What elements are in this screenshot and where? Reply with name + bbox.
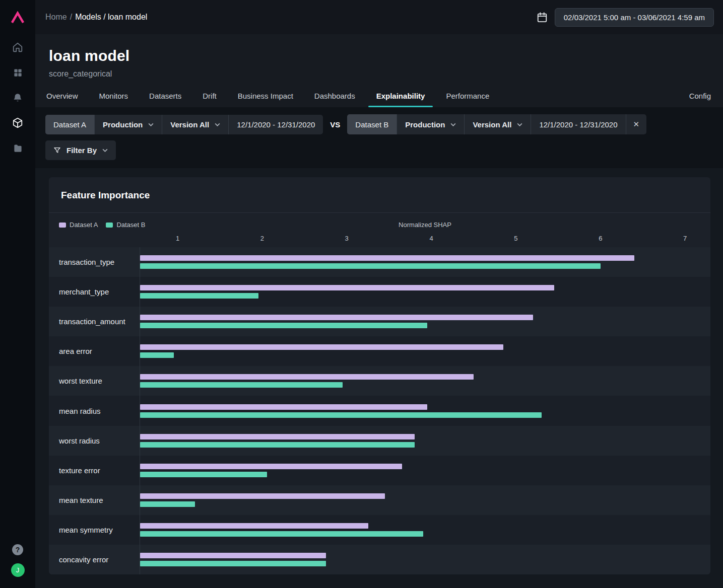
- bar-dataset-a: [140, 434, 415, 439]
- axis-tick: 1: [176, 235, 179, 242]
- vs-label: VS: [330, 120, 340, 129]
- filter-by-row: Filter By: [45, 140, 711, 160]
- config-link[interactable]: Config: [689, 92, 711, 107]
- feature-bars: [140, 366, 710, 396]
- tab-business-impact[interactable]: Business Impact: [237, 92, 294, 107]
- legend-swatch: [106, 223, 113, 228]
- axis-label-wrap: Normalized SHAP: [140, 221, 710, 232]
- bar-dataset-b: [140, 352, 174, 358]
- tab-dashboards[interactable]: Dashboards: [313, 92, 356, 107]
- feature-label: transaction_type: [49, 247, 140, 277]
- feature-row: area error: [49, 336, 710, 366]
- bar-dataset-a: [140, 523, 368, 529]
- dataset-a-environment-select-label: Production: [103, 120, 143, 129]
- feature-label: worst texture: [49, 366, 140, 396]
- bar-dataset-b: [140, 293, 258, 299]
- tab-performance[interactable]: Performance: [445, 92, 490, 107]
- dataset-a-date-range-segment-label: 12/1/2020 - 12/31/2020: [237, 120, 315, 129]
- topbar: Home/Models / loan model 02/03/2021 5:00…: [35, 0, 723, 34]
- feature-label: transaction_amount: [49, 307, 140, 336]
- feature-bars: [140, 456, 710, 485]
- feature-label: merchant_type: [49, 277, 140, 307]
- page-title: loan model: [49, 47, 711, 64]
- card-header: Feature Importance: [49, 177, 710, 213]
- breadcrumb-separator: /: [70, 13, 72, 21]
- app-root: ? J Home/Models / loan model 02/03/2021 …: [0, 0, 723, 588]
- legend-item-dataset-a[interactable]: Dataset A: [59, 221, 98, 229]
- feature-row: mean texture: [49, 485, 710, 515]
- breadcrumb: Home/Models / loan model: [45, 13, 147, 22]
- tab-dataserts[interactable]: Dataserts: [148, 92, 182, 107]
- dashboards-grid-icon[interactable]: [12, 66, 24, 79]
- dataset-a-control: Dataset AProductionVersion All12/1/2020 …: [45, 115, 323, 134]
- dataset-b-version-select[interactable]: Version All: [465, 114, 531, 134]
- bar-dataset-b: [140, 442, 415, 448]
- dataset-b-environment-select-label: Production: [405, 120, 445, 129]
- bar-dataset-b: [140, 501, 195, 507]
- bar-dataset-a: [140, 493, 385, 499]
- feature-row: mean symmetry: [49, 515, 710, 545]
- chevron-down-icon: [102, 149, 108, 152]
- feature-row: texture error: [49, 456, 710, 485]
- legend-swatch: [59, 223, 66, 228]
- content-area: Feature Importance Dataset ADataset B No…: [35, 168, 723, 588]
- home-icon[interactable]: [12, 41, 24, 53]
- dataset-b-date-range-segment[interactable]: 12/1/2020 - 12/31/2020: [531, 114, 626, 134]
- bar-dataset-a: [140, 404, 427, 410]
- tabs-row: OverviewMonitorsDatasertsDriftBusiness I…: [45, 92, 711, 107]
- dataset-a-version-select[interactable]: Version All: [162, 115, 229, 134]
- global-date-range-button[interactable]: 02/03/2021 5:00 am - 03/06/2021 4:59 am: [555, 8, 714, 27]
- chart-rows: transaction_typemerchant_typetransaction…: [49, 247, 710, 574]
- dataset-compare-row: Dataset AProductionVersion All12/1/2020 …: [45, 114, 711, 134]
- chevron-down-icon: [215, 123, 220, 126]
- legend-label: Dataset A: [70, 221, 98, 229]
- breadcrumb-home[interactable]: Home: [45, 13, 67, 21]
- feature-importance-card: Feature Importance Dataset ADataset B No…: [49, 177, 710, 574]
- feature-row: merchant_type: [49, 277, 710, 307]
- feature-importance-chart: Dataset ADataset B Normalized SHAP 12345…: [49, 213, 710, 574]
- avatar[interactable]: J: [11, 563, 25, 577]
- tab-overview[interactable]: Overview: [45, 92, 79, 107]
- feature-bars: [140, 515, 710, 545]
- feature-label: mean symmetry: [49, 515, 140, 545]
- funnel-icon: [53, 146, 61, 154]
- feature-label: mean texture: [49, 485, 140, 515]
- remove-dataset-b-button[interactable]: ✕: [626, 114, 647, 134]
- filter-by-button[interactable]: Filter By: [45, 140, 116, 160]
- dataset-a-date-range-segment[interactable]: 12/1/2020 - 12/31/2020: [229, 115, 323, 134]
- feature-label: concavity error: [49, 545, 140, 574]
- feature-bars: [140, 485, 710, 515]
- models-cube-icon[interactable]: [12, 117, 24, 129]
- dataset-b-environment-select[interactable]: Production: [397, 114, 465, 134]
- model-subtitle: score_categorical: [49, 69, 711, 79]
- projects-folder-icon[interactable]: [12, 142, 24, 154]
- help-icon[interactable]: ?: [12, 544, 23, 555]
- x-axis-ticks: 1234567: [140, 234, 710, 245]
- feature-row: concavity error: [49, 545, 710, 574]
- tab-drift[interactable]: Drift: [202, 92, 218, 107]
- chart-legend: Dataset ADataset B: [59, 221, 145, 229]
- notifications-bell-icon[interactable]: [12, 92, 24, 104]
- bar-dataset-a: [140, 464, 402, 469]
- feature-label: worst radius: [49, 426, 140, 456]
- axis-tick: 6: [599, 235, 602, 242]
- tab-explainability[interactable]: Explainability: [375, 92, 426, 107]
- dataset-a-chip[interactable]: Dataset A: [45, 115, 95, 134]
- app-logo-icon[interactable]: [11, 0, 25, 34]
- bar-dataset-b: [140, 382, 343, 388]
- tab-monitors[interactable]: Monitors: [98, 92, 129, 107]
- axis-tick: 7: [683, 235, 687, 242]
- bar-dataset-b: [140, 472, 267, 477]
- dataset-a-environment-select[interactable]: Production: [95, 115, 162, 134]
- feature-bars: [140, 396, 710, 425]
- axis-tick: 4: [429, 235, 433, 242]
- axis-tick: 2: [260, 235, 264, 242]
- dataset-a-chip-label: Dataset A: [53, 120, 86, 129]
- bar-dataset-a: [140, 344, 503, 350]
- bar-dataset-b: [140, 561, 326, 566]
- dataset-b-chip[interactable]: Dataset B: [347, 114, 397, 134]
- calendar-icon[interactable]: [537, 12, 548, 23]
- feature-row: transaction_amount: [49, 307, 710, 336]
- tab-bar: OverviewMonitorsDatasertsDriftBusiness I…: [45, 92, 490, 107]
- chevron-down-icon: [148, 123, 154, 126]
